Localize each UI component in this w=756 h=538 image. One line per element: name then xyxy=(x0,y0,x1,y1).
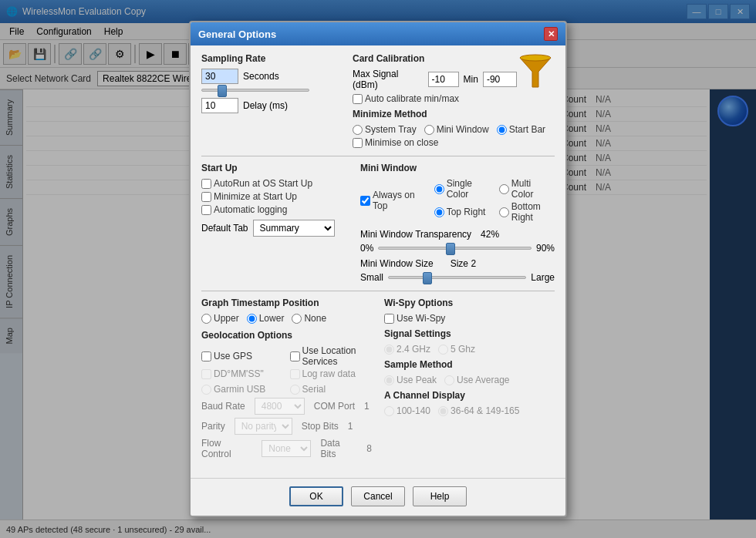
max-signal-input[interactable] xyxy=(428,72,459,87)
minimize-system-tray-radio[interactable] xyxy=(353,125,363,135)
always-on-top-label[interactable]: Always on Top xyxy=(360,178,422,223)
baud-rate-label: Baud Rate xyxy=(201,401,245,412)
auto-logging-checkbox[interactable] xyxy=(201,205,211,215)
auto-calibrate-checkbox[interactable] xyxy=(353,94,363,104)
transparency-track xyxy=(378,247,532,250)
use-wispy-label[interactable]: Use Wi-Spy xyxy=(384,313,555,324)
minimize-start-bar-radio[interactable] xyxy=(497,125,507,135)
minimize-mini-window-radio[interactable] xyxy=(424,125,434,135)
freq-24ghz-radio xyxy=(384,345,394,355)
timestamp-upper-radio[interactable] xyxy=(201,314,211,324)
minimize-mini-window-label[interactable]: Mini Window xyxy=(424,124,489,135)
svg-point-1 xyxy=(520,55,551,61)
freq-5ghz-text: 5 Ghz xyxy=(451,344,475,355)
size-thumb[interactable] xyxy=(423,272,432,284)
top-right-label[interactable]: Top Right xyxy=(434,201,490,223)
auto-logging-label[interactable]: Automatic logging xyxy=(201,204,348,215)
timestamp-upper-label[interactable]: Upper xyxy=(201,313,239,324)
startup-title: Start Up xyxy=(201,163,348,173)
channel-display-title: A Channel Display xyxy=(384,390,555,401)
size-slider: Small Large xyxy=(360,272,555,283)
channel-36-64-label: 36-64 & 149-165 xyxy=(438,405,519,416)
minimize-startup-checkbox[interactable] xyxy=(201,192,211,202)
auto-calibrate-checkbox-label[interactable]: Auto calibrate min/max xyxy=(353,93,517,104)
minimise-on-close-checkbox[interactable] xyxy=(353,138,363,148)
bottom-right-label[interactable]: Bottom Right xyxy=(499,201,555,223)
serial-label: Serial xyxy=(290,384,373,395)
divider-1 xyxy=(201,156,555,156)
graph-timestamp-title: Graph Timestamp Position xyxy=(201,298,372,308)
minimise-on-close-label[interactable]: Minimise on close xyxy=(353,137,555,148)
log-raw-data-checkbox xyxy=(290,369,300,379)
use-average-radio xyxy=(444,375,454,385)
delay-input[interactable] xyxy=(201,98,238,113)
minimize-system-tray-label[interactable]: System Tray xyxy=(353,124,417,135)
use-location-services-checkbox[interactable] xyxy=(290,351,300,361)
multi-color-radio[interactable] xyxy=(499,184,509,194)
signal-freq-group: 2.4 GHz 5 Ghz xyxy=(384,344,555,355)
flow-control-label: Flow Control xyxy=(201,438,252,459)
timestamp-lower-label[interactable]: Lower xyxy=(247,313,285,324)
sampling-rate-input[interactable] xyxy=(201,69,238,84)
bottom-right-radio[interactable] xyxy=(499,207,509,217)
divider-2 xyxy=(201,291,555,291)
always-on-top-checkbox[interactable] xyxy=(360,196,370,206)
use-gps-checkbox[interactable] xyxy=(201,351,211,361)
single-color-radio[interactable] xyxy=(434,184,444,194)
serial-radio xyxy=(290,385,300,395)
timestamp-none-radio[interactable] xyxy=(292,314,302,324)
min-signal-input[interactable] xyxy=(483,72,517,87)
minimize-startup-text: Minimize at Start Up xyxy=(214,191,297,202)
freq-24ghz-label: 2.4 GHz xyxy=(384,344,430,355)
freq-5ghz-radio xyxy=(438,345,448,355)
auto-logging-text: Automatic logging xyxy=(214,204,287,215)
channel-36-64-text: 36-64 & 149-165 xyxy=(451,405,519,416)
calibration-values-row: Max Signal (dBm) Min xyxy=(353,69,517,90)
use-location-services-label[interactable]: Use Location Services xyxy=(290,345,373,367)
sampling-rate-slider-track xyxy=(201,89,309,92)
card-calibration-section: Card Calibration Max Signal (dBm) Min Au… xyxy=(353,53,555,148)
autorun-label[interactable]: AutoRun at OS Start Up xyxy=(201,178,348,189)
minimize-system-tray-text: System Tray xyxy=(365,124,417,135)
autorun-checkbox[interactable] xyxy=(201,179,211,189)
sampling-rate-title: Sampling Rate xyxy=(201,53,340,64)
top-right-radio[interactable] xyxy=(434,207,444,217)
multi-color-text: Multi Color xyxy=(511,178,555,200)
cancel-button[interactable]: Cancel xyxy=(351,486,405,506)
timestamp-none-label[interactable]: None xyxy=(292,313,326,324)
dd-mm-ss-label: DD°MM'SS" xyxy=(201,368,284,379)
freq-24ghz-text: 2.4 GHz xyxy=(397,344,430,355)
default-tab-label: Default Tab xyxy=(201,223,248,234)
timestamp-lower-radio[interactable] xyxy=(247,314,257,324)
log-raw-data-text: Log raw data xyxy=(302,368,356,379)
delay-label: Delay (ms) xyxy=(243,100,288,111)
ok-button[interactable]: OK xyxy=(289,486,343,506)
garmin-usb-radio xyxy=(201,385,211,395)
default-tab-select[interactable]: Summary Statistics Graphs IP Connection … xyxy=(253,220,335,237)
multi-color-label[interactable]: Multi Color xyxy=(499,178,555,200)
bottom-left-section: Graph Timestamp Position Upper Lower xyxy=(201,298,372,459)
transparency-row: Mini Window Transparency 42% xyxy=(360,229,555,240)
data-bits-value: 8 xyxy=(366,443,372,454)
com-port-value: 1 xyxy=(364,401,370,412)
seconds-label: Seconds xyxy=(243,71,279,82)
use-wispy-checkbox[interactable] xyxy=(384,314,394,324)
transparency-thumb[interactable] xyxy=(446,243,455,255)
help-button[interactable]: Help xyxy=(413,486,467,506)
minimize-start-bar-text: Start Bar xyxy=(509,124,545,135)
transparency-min: 0% xyxy=(360,243,373,254)
sampling-rate-slider-thumb[interactable] xyxy=(218,85,227,97)
use-gps-label[interactable]: Use GPS xyxy=(201,345,284,367)
use-peak-label: Use Peak xyxy=(384,375,437,385)
baud-rate-select: 4800 xyxy=(255,398,305,415)
minimize-method-title: Minimize Method xyxy=(353,109,555,119)
size-value: Size 2 xyxy=(451,258,476,269)
parity-select: No parity xyxy=(235,418,292,435)
minimize-startup-label[interactable]: Minimize at Start Up xyxy=(201,191,348,202)
minimize-start-bar-label[interactable]: Start Bar xyxy=(497,124,545,135)
use-average-text: Use Average xyxy=(457,375,510,385)
sample-method-group: Use Peak Use Average xyxy=(384,375,555,385)
single-color-label[interactable]: Single Color xyxy=(434,178,490,200)
sampling-rate-row: Seconds xyxy=(201,69,340,84)
dialog-close-button[interactable]: ✕ xyxy=(544,27,558,41)
